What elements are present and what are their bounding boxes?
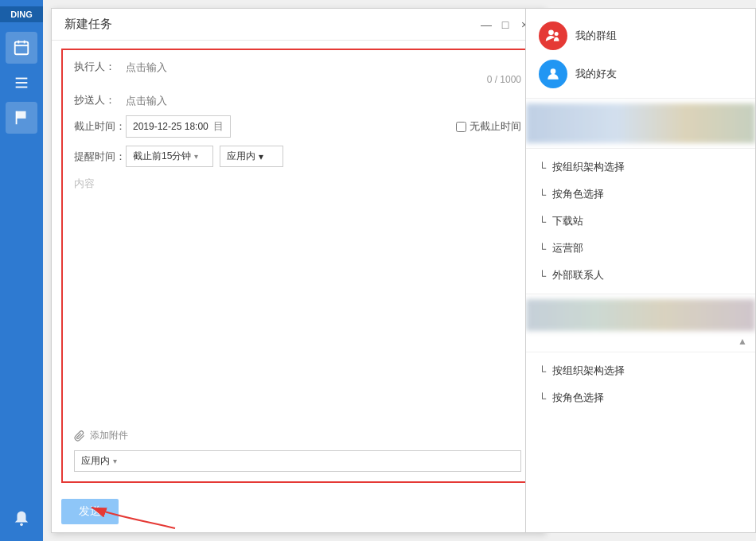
- remind-scope-value: 应用内: [227, 150, 255, 163]
- my-friends-avatar: [539, 60, 567, 88]
- app-select[interactable]: 应用内 ▾: [74, 450, 521, 472]
- list-item-1[interactable]: └ 按角色选择: [526, 181, 755, 208]
- maximize-button[interactable]: □: [499, 18, 512, 31]
- app-select-value: 应用内: [81, 454, 110, 468]
- remind-scope-select[interactable]: 应用内 ▾: [220, 146, 283, 167]
- attach-row[interactable]: 添加附件: [74, 429, 521, 442]
- deadline-input[interactable]: 2019-12-25 18:00 目: [126, 115, 231, 138]
- dialog-footer: 发送: [52, 491, 544, 532]
- send-button[interactable]: 发送: [61, 499, 119, 524]
- list-item-0[interactable]: └ 按组织架构选择: [526, 154, 755, 181]
- dialog-title: 新建任务: [64, 17, 112, 32]
- check-icon-3: └: [539, 243, 546, 255]
- list-item-3[interactable]: └ 运营部: [526, 235, 755, 262]
- svg-point-9: [548, 30, 554, 36]
- check-icon-4: └: [539, 270, 546, 282]
- remind-row: 提醒时间： 截止前15分钟 ▾ 应用内 ▾: [74, 146, 521, 167]
- list-item-label-3: 运营部: [552, 241, 583, 255]
- app-select-row: 应用内 ▾: [74, 450, 521, 472]
- blurred-banner-2: [526, 299, 755, 331]
- scroll-indicator[interactable]: ▲: [526, 336, 755, 347]
- sidebar-icon-calendar[interactable]: [6, 32, 37, 64]
- app-label: DING: [0, 6, 43, 22]
- my-groups-avatar: [539, 21, 567, 50]
- executor-input[interactable]: [126, 61, 521, 73]
- list-item-label-5: 按组织架构选择: [552, 364, 625, 378]
- panel-divider-3: [526, 294, 755, 294]
- panel-my-friends[interactable]: 我的好友: [526, 55, 755, 93]
- my-groups-label: 我的群组: [575, 29, 617, 43]
- no-deadline-label: 无截止时间: [470, 119, 521, 134]
- sidebar-icon-flag[interactable]: [6, 102, 37, 134]
- my-friends-label: 我的好友: [575, 67, 617, 81]
- panel-divider-1: [526, 98, 755, 99]
- content-label: 内容: [74, 177, 521, 191]
- check-icon-2: └: [539, 216, 546, 228]
- svg-point-10: [555, 32, 559, 36]
- remind-scope-arrow: ▾: [259, 151, 263, 162]
- list-item-4[interactable]: └ 外部联系人: [526, 262, 755, 289]
- cc-label: 抄送人：: [74, 93, 126, 107]
- cc-input[interactable]: [126, 95, 521, 107]
- calendar-icon: 目: [213, 119, 224, 134]
- check-icon-5: └: [539, 365, 546, 377]
- deadline-value: 2019-12-25 18:00: [133, 121, 208, 132]
- executor-top: 执行人：: [74, 60, 521, 74]
- remind-label: 提醒时间：: [74, 150, 126, 164]
- remind-time-select[interactable]: 截止前15分钟 ▾: [126, 146, 213, 167]
- sidebar-icon-list[interactable]: [6, 67, 37, 99]
- panel-divider-2: [526, 148, 755, 149]
- svg-point-7: [20, 523, 23, 527]
- main-area: 新建任务 — □ × 执行人： 0 / 1000: [43, 0, 756, 541]
- sidebar-icon-bell[interactable]: [6, 503, 37, 535]
- list-item-label-6: 按角色选择: [552, 391, 604, 405]
- sidebar: DING: [0, 0, 43, 541]
- char-count: 0 / 1000: [74, 74, 521, 85]
- check-icon-6: └: [539, 392, 546, 404]
- list-item-label-4: 外部联系人: [552, 268, 604, 282]
- executor-label: 执行人：: [74, 60, 126, 74]
- deadline-row: 截止时间： 2019-12-25 18:00 目 无截止时间: [74, 115, 521, 138]
- app-select-arrow: ▾: [113, 457, 117, 465]
- list-item-5[interactable]: └ 按组织架构选择: [526, 357, 755, 384]
- executor-row: 执行人： 0 / 1000: [74, 60, 521, 85]
- check-icon-1: └: [539, 189, 546, 200]
- blurred-banner-1: [526, 103, 755, 143]
- dialog-controls: — □ ×: [480, 18, 531, 31]
- check-icon-0: └: [539, 162, 546, 173]
- svg-point-11: [551, 68, 556, 74]
- dialog-body: 执行人： 0 / 1000 抄送人： 截止时间： 2019-12-25 18:0…: [52, 41, 544, 532]
- paperclip-icon: [74, 430, 85, 442]
- no-deadline-checkbox[interactable]: [456, 122, 466, 132]
- deadline-label: 截止时间：: [74, 119, 126, 134]
- remind-time-arrow: ▾: [194, 152, 198, 161]
- svg-rect-0: [15, 42, 29, 55]
- list-item-2[interactable]: └ 下载站: [526, 208, 755, 235]
- no-deadline-option[interactable]: 无截止时间: [456, 119, 521, 134]
- panel-divider-4: [526, 352, 755, 352]
- right-panel: 我的群组 我的好友 └ 按组织架构选择 └ 按角色选择 └: [525, 8, 756, 533]
- list-item-label-2: 下载站: [552, 214, 583, 228]
- minimize-button[interactable]: —: [480, 18, 493, 31]
- list-item-label-0: 按组织架构选择: [552, 160, 625, 174]
- attach-label: 添加附件: [90, 429, 128, 442]
- cc-row: 抄送人：: [74, 93, 521, 107]
- list-item-label-1: 按角色选择: [552, 187, 604, 201]
- form-area: 执行人： 0 / 1000 抄送人： 截止时间： 2019-12-25 18:0…: [61, 49, 534, 483]
- list-item-6[interactable]: └ 按角色选择: [526, 384, 755, 411]
- remind-time-value: 截止前15分钟: [133, 150, 191, 163]
- dialog-titlebar: 新建任务 — □ ×: [52, 9, 544, 41]
- new-task-dialog: 新建任务 — □ × 执行人： 0 / 1000: [51, 8, 544, 533]
- content-textarea[interactable]: [74, 194, 521, 422]
- panel-my-groups[interactable]: 我的群组: [526, 17, 755, 55]
